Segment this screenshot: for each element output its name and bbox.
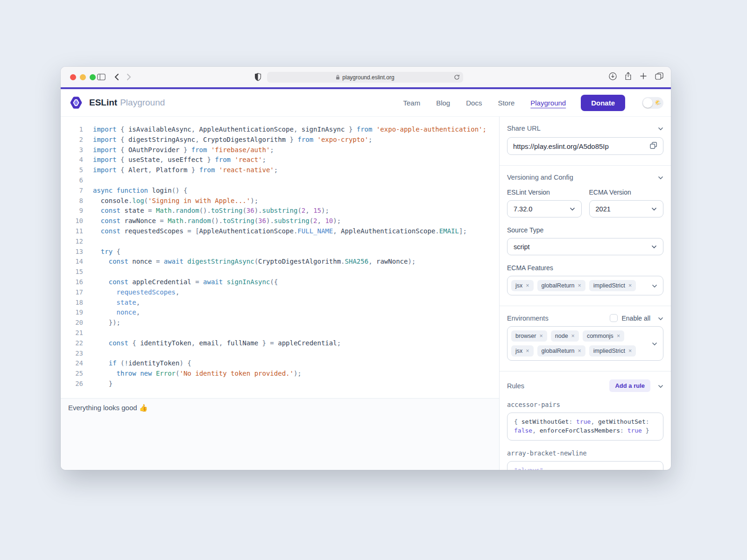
ecma-features-multiselect[interactable]: jsx×globalReturn×impliedStrict× bbox=[507, 276, 663, 295]
refresh-icon[interactable] bbox=[454, 74, 460, 82]
code-token: , bbox=[176, 288, 179, 296]
chip-remove-icon[interactable]: × bbox=[578, 348, 581, 354]
nav-item-blog[interactable]: Blog bbox=[436, 99, 450, 107]
theme-toggle[interactable]: 🌤️ bbox=[642, 97, 663, 109]
chip-remove-icon[interactable]: × bbox=[526, 282, 529, 289]
chevron-down-icon bbox=[651, 245, 657, 249]
chip-remove-icon[interactable]: × bbox=[539, 333, 543, 339]
chevron-down-icon[interactable] bbox=[658, 315, 663, 322]
code-token: = [ bbox=[183, 227, 199, 235]
code-token: ; bbox=[262, 156, 266, 163]
nav-item-playground[interactable]: Playground bbox=[530, 99, 566, 107]
code-line: 7async function login() { bbox=[68, 186, 499, 196]
line-number: 14 bbox=[68, 257, 83, 267]
chip-impliedStrict: impliedStrict× bbox=[589, 280, 636, 291]
code-lines[interactable]: 1import { isAvailableAsync, AppleAuthent… bbox=[61, 117, 499, 398]
code-token: { bbox=[128, 339, 140, 347]
chip-label: commonjs bbox=[587, 333, 613, 339]
code-token: ; bbox=[274, 166, 278, 174]
eslint-version-select[interactable]: 7.32.0 bbox=[507, 200, 582, 217]
code-token: (! bbox=[117, 359, 128, 367]
code-line: 1import { isAvailableAsync, AppleAuthent… bbox=[68, 125, 499, 135]
main-nav: TeamBlogDocsStorePlayground bbox=[403, 99, 566, 107]
code-token: isAvailableAsync bbox=[128, 126, 191, 133]
code-token: = bbox=[152, 258, 163, 265]
enable-all-checkbox[interactable] bbox=[610, 314, 618, 322]
tab-overview-icon[interactable] bbox=[655, 72, 663, 82]
code-token bbox=[136, 370, 140, 377]
chip-jsx: jsx× bbox=[511, 345, 534, 357]
nav-item-team[interactable]: Team bbox=[403, 99, 421, 107]
ecma-version-select[interactable]: 2021 bbox=[589, 200, 664, 217]
code-token: import bbox=[93, 126, 117, 133]
donate-button[interactable]: Donate bbox=[581, 95, 625, 111]
rule-config-input[interactable]: { setWithoutGet: true, getWithoutSet: fa… bbox=[507, 413, 663, 441]
new-tab-icon[interactable] bbox=[640, 72, 647, 82]
code-token: { bbox=[117, 136, 128, 143]
code-token: , bbox=[532, 427, 540, 434]
brand-logo-link[interactable]: ESLintPlayground bbox=[68, 95, 165, 111]
chip-remove-icon[interactable]: × bbox=[617, 333, 620, 339]
chevron-down-icon[interactable] bbox=[658, 125, 663, 132]
code-token: random bbox=[187, 217, 211, 224]
chip-remove-icon[interactable]: × bbox=[526, 348, 529, 354]
code-token: Error bbox=[156, 370, 176, 377]
code-token: from bbox=[215, 156, 231, 163]
downloads-icon[interactable] bbox=[609, 72, 617, 82]
share-icon[interactable] bbox=[625, 72, 632, 82]
chip-label: impliedStrict bbox=[593, 282, 625, 289]
nav-item-store[interactable]: Store bbox=[498, 99, 514, 107]
rule-config-input[interactable]: "always" bbox=[507, 461, 663, 470]
chevron-down-icon[interactable] bbox=[658, 382, 663, 390]
line-number: 21 bbox=[68, 328, 83, 338]
code-line: 16 const appleCredential = await signInA… bbox=[68, 277, 499, 287]
code-token: substring bbox=[262, 207, 298, 214]
code-token: { bbox=[117, 146, 128, 154]
add-rule-button[interactable]: Add a rule bbox=[609, 379, 650, 392]
code-token: setWithoutGet bbox=[521, 418, 569, 425]
code-token: } bbox=[286, 136, 297, 143]
close-window-icon[interactable] bbox=[70, 74, 76, 80]
code-token: "always" bbox=[514, 467, 543, 470]
sidebar-toggle-icon[interactable] bbox=[97, 67, 106, 87]
code-editor[interactable]: 1import { isAvailableAsync, AppleAuthent… bbox=[61, 117, 499, 470]
config-sidebar: Share URL https://play.eslint.org/A5do85… bbox=[499, 117, 671, 470]
address-bar[interactable]: playground.eslint.org bbox=[267, 72, 463, 83]
environments-multiselect[interactable]: browser×node×commonjs×jsx×globalReturn×i… bbox=[507, 326, 663, 361]
chevron-down-icon[interactable] bbox=[652, 339, 657, 348]
source-type-select[interactable]: script bbox=[507, 238, 663, 255]
chip-remove-icon[interactable]: × bbox=[571, 333, 575, 339]
chip-remove-icon[interactable]: × bbox=[628, 348, 632, 354]
enable-all-label: Enable all bbox=[622, 315, 651, 322]
privacy-shield-icon[interactable] bbox=[254, 67, 261, 87]
chip-remove-icon[interactable]: × bbox=[578, 282, 581, 289]
line-number: 17 bbox=[68, 287, 83, 298]
code-token: 'No identity token provided.' bbox=[180, 370, 294, 377]
code-token: getWithoutSet bbox=[598, 418, 646, 425]
line-number: 4 bbox=[68, 155, 83, 165]
chevron-down-icon[interactable] bbox=[658, 174, 663, 181]
source-type-label: Source Type bbox=[507, 226, 663, 234]
line-number: 24 bbox=[68, 358, 83, 369]
code-token: , bbox=[136, 299, 140, 306]
back-icon[interactable] bbox=[114, 67, 119, 87]
chevron-down-icon[interactable] bbox=[652, 281, 657, 290]
share-url-section: Share URL https://play.eslint.org/A5do85… bbox=[500, 117, 671, 166]
nav-item-docs[interactable]: Docs bbox=[466, 99, 482, 107]
copy-icon[interactable] bbox=[650, 142, 657, 151]
code-token: } bbox=[203, 156, 215, 163]
code-line: 19 nonce, bbox=[68, 308, 499, 318]
code-line: 23 bbox=[68, 349, 499, 359]
code-token: true bbox=[576, 418, 591, 425]
lint-status-bar: Everything looks good 👍 bbox=[61, 398, 499, 470]
share-url-input[interactable]: https://play.eslint.org/A5do85Ip bbox=[507, 137, 663, 155]
chip-remove-icon[interactable]: × bbox=[628, 282, 632, 289]
browser-toolbar: playground.eslint.org bbox=[61, 67, 671, 87]
rules-title: Rules bbox=[507, 382, 524, 390]
minimize-window-icon[interactable] bbox=[80, 74, 86, 80]
code-token: } bbox=[345, 126, 356, 133]
maximize-window-icon[interactable] bbox=[90, 74, 96, 80]
code-token: AppleAuthenticationScope bbox=[341, 227, 435, 235]
forward-icon[interactable] bbox=[127, 67, 131, 87]
code-token: } bbox=[642, 427, 649, 434]
